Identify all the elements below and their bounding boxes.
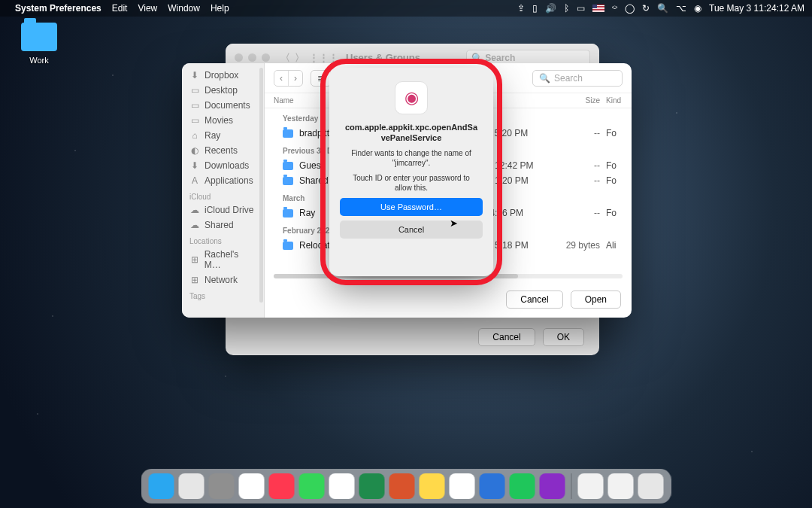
auth-dialog: ◉ com.apple.appkit.xpc.openAndSavePanelS… <box>329 68 493 276</box>
dock-app-music[interactable] <box>269 473 295 499</box>
sidebar-item-ray[interactable]: ⌂Ray <box>182 128 264 143</box>
dock-app-notes[interactable] <box>420 473 445 499</box>
file-kind: Fo <box>600 208 623 218</box>
status-bluetooth-icon[interactable]: ᛒ <box>564 3 569 14</box>
sidebar-item-network[interactable]: ⊞Network <box>182 272 264 287</box>
column-size[interactable]: Size <box>555 96 600 105</box>
sidebar-item-movies[interactable]: ▭Movies <box>182 113 264 128</box>
sidebar-item-recents[interactable]: ◐Recents <box>182 143 264 158</box>
menubar: System Preferences Edit View Window Help… <box>0 0 812 17</box>
sysprefs-cancel-button[interactable]: Cancel <box>478 328 535 346</box>
sidebar-scrollbar[interactable] <box>259 68 263 303</box>
dock-app-calendar[interactable] <box>239 473 265 499</box>
grid-view-icon[interactable]: ⋮⋮⋮ <box>309 52 338 63</box>
menubar-clock[interactable]: Tue May 3 11:24:12 AM <box>709 3 804 14</box>
dock-app-spotify[interactable] <box>510 473 535 499</box>
status-wifi-icon[interactable]: ⌔ <box>612 3 617 14</box>
sidebar-header-icloud: iCloud <box>182 188 264 202</box>
sidebar-item-dropbox[interactable]: ⬇Dropbox <box>182 68 264 83</box>
file-size: -- <box>555 175 600 186</box>
folder-icon <box>283 242 293 250</box>
sidebar-icon: ☁ <box>189 205 200 215</box>
status-control-center-icon[interactable]: ⌥ <box>676 3 686 14</box>
sidebar-item-rachel-s-m-[interactable]: ⊞Rachel's M… <box>182 247 264 272</box>
auth-cancel-button[interactable]: Cancel <box>340 221 483 239</box>
dock-app-excel[interactable] <box>359 473 385 499</box>
sidebar-icon: ⬇ <box>189 160 200 171</box>
file-kind: Ali <box>600 240 623 251</box>
sysprefs-title: Users & Groups <box>346 52 420 63</box>
dock-app-onenote[interactable] <box>540 473 565 499</box>
sidebar-icon: ☁ <box>189 220 200 230</box>
sysprefs-search-placeholder: Search <box>485 53 515 63</box>
sidebar-item-icloud-drive[interactable]: ☁iCloud Drive <box>182 202 264 217</box>
sidebar-header-locations: Locations <box>182 233 264 247</box>
sidebar-item-applications[interactable]: AApplications <box>182 173 264 188</box>
desktop-folder-work[interactable]: Work <box>17 23 62 65</box>
use-password-button[interactable]: Use Password… <box>340 198 483 216</box>
status-dropbox-icon[interactable]: ⇪ <box>517 3 525 14</box>
status-time-machine-icon[interactable]: ↻ <box>642 3 650 14</box>
dock-app-finder[interactable] <box>149 473 174 499</box>
window-traffic-lights[interactable] <box>235 53 270 62</box>
sysprefs-ok-button[interactable]: OK <box>543 328 584 346</box>
file-size: 29 bytes <box>555 240 600 251</box>
status-input-flag-icon[interactable] <box>592 5 604 12</box>
dock-app-chrome[interactable] <box>329 473 355 499</box>
menu-view[interactable]: View <box>138 3 157 14</box>
nav-buttons: ‹ › <box>274 70 303 87</box>
nav-forward-icon: 〉 <box>295 51 304 65</box>
menu-help[interactable]: Help <box>211 3 229 14</box>
folder-icon <box>283 129 293 138</box>
touch-id-icon: ◉ <box>395 81 428 114</box>
desktop-folder-label: Work <box>17 56 62 65</box>
open-panel-search-placeholder: Search <box>554 73 583 84</box>
open-panel-cancel-button[interactable]: Cancel <box>506 291 562 309</box>
status-disk-icon[interactable]: ▯ <box>532 3 538 14</box>
view-selector[interactable]: ≣ <box>311 70 332 87</box>
status-battery-icon[interactable]: ▭ <box>577 3 585 14</box>
dock-app-slack[interactable] <box>450 473 475 499</box>
dock-tray-pages-doc[interactable] <box>608 473 634 499</box>
search-icon: 🔍 <box>539 73 550 84</box>
sidebar-item-label: Ray <box>205 130 220 141</box>
dock-app-settings[interactable] <box>209 473 235 499</box>
dock-app-launchpad[interactable] <box>179 473 205 499</box>
file-size: -- <box>555 208 600 218</box>
menu-window[interactable]: Window <box>168 3 200 14</box>
open-panel-open-button[interactable]: Open <box>571 291 621 309</box>
nav-forward-icon: › <box>288 71 302 86</box>
nav-back-icon[interactable]: 〈 <box>280 51 290 65</box>
status-user-icon[interactable]: ◯ <box>625 3 635 14</box>
sidebar-item-downloads[interactable]: ⬇Downloads <box>182 158 264 173</box>
sidebar-icon: ⌂ <box>189 130 200 141</box>
sidebar-item-shared[interactable]: ☁Shared <box>182 217 264 233</box>
open-panel-search[interactable]: 🔍 Search <box>532 70 623 87</box>
sidebar-item-label: Recents <box>205 145 238 156</box>
dock-tray-trash[interactable] <box>638 473 664 499</box>
nav-back-icon[interactable]: ‹ <box>274 71 288 86</box>
auth-dialog-highlight: ◉ com.apple.appkit.xpc.openAndSavePanelS… <box>329 68 493 276</box>
status-siri-icon[interactable]: ◉ <box>694 3 701 14</box>
dock-tray-text-doc[interactable] <box>578 473 604 499</box>
status-spotlight-icon[interactable]: 🔍 <box>657 3 668 14</box>
open-panel-sidebar: ⬇Dropbox▭Desktop▭Documents▭Movies⌂Ray◐Re… <box>182 63 265 318</box>
sidebar-item-label: Rachel's M… <box>205 249 256 270</box>
sidebar-item-desktop[interactable]: ▭Desktop <box>182 83 264 98</box>
folder-icon <box>283 177 293 185</box>
dock-app-word[interactable] <box>480 473 505 499</box>
dock-app-messages[interactable] <box>299 473 325 499</box>
sidebar-icon: ⊞ <box>189 254 200 265</box>
status-volume-icon[interactable]: 🔊 <box>545 3 556 14</box>
dock <box>141 469 671 503</box>
sidebar-item-label: Documents <box>205 100 250 111</box>
sidebar-item-documents[interactable]: ▭Documents <box>182 98 264 113</box>
sidebar-item-label: Movies <box>205 115 233 126</box>
sidebar-item-label: Applications <box>205 175 253 186</box>
auth-message-1: Finder wants to change the name of "jimc… <box>340 148 483 169</box>
dock-app-powerpoint[interactable] <box>389 473 415 499</box>
column-kind[interactable]: Kind <box>600 96 623 105</box>
menu-edit[interactable]: Edit <box>112 3 128 14</box>
sidebar-icon: ⬇ <box>189 70 200 81</box>
app-menu[interactable]: System Preferences <box>15 3 102 14</box>
